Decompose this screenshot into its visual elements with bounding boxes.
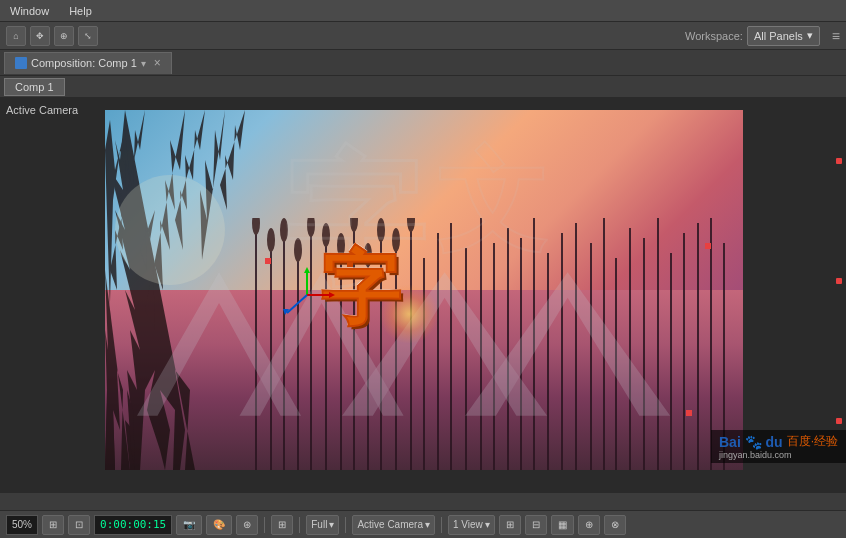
safe-zones-button[interactable]: ⊡ <box>68 515 90 535</box>
color-mgmt-button[interactable]: ⊛ <box>236 515 258 535</box>
transform-axes-svg <box>277 265 337 325</box>
toggle-pixel-aspect-button[interactable]: ⊞ <box>499 515 521 535</box>
baidu-logo: Bai 🐾 du <box>719 434 783 450</box>
comp-tab-icon <box>15 57 27 69</box>
quality-dropdown[interactable]: Full ▾ <box>306 515 339 535</box>
red-indicator-top <box>836 158 842 164</box>
control-point-3 <box>686 410 692 416</box>
separator-3 <box>345 517 346 533</box>
control-point-4 <box>347 261 353 267</box>
toolbar-icon-move[interactable]: ✥ <box>30 26 50 46</box>
svg-point-35 <box>252 218 260 235</box>
hamburger-menu-icon[interactable]: ≡ <box>832 28 840 44</box>
active-camera-label: Active Camera <box>6 104 78 116</box>
control-point-1 <box>265 258 271 264</box>
comp-tab-bar: Composition: Comp 1 ▾ × <box>0 50 846 76</box>
separator-1 <box>264 517 265 533</box>
viewer-area: Active Camera <box>0 98 846 493</box>
timecode-display[interactable]: 0:00:00:15 <box>94 515 172 535</box>
separator-4 <box>441 517 442 533</box>
toolbar-icon-scale[interactable]: ⤡ <box>78 26 98 46</box>
bottom-toolbar: 50% ⊞ ⊡ 0:00:00:15 📷 🎨 ⊛ ⊞ Full ▾ Active… <box>0 510 846 538</box>
comp-tab-label: Composition: Comp 1 <box>31 57 137 69</box>
comp-tab[interactable]: Composition: Comp 1 ▾ × <box>4 52 172 74</box>
toolbar-icon-home[interactable]: ⌂ <box>6 26 26 46</box>
svg-marker-54 <box>329 292 335 298</box>
baidu-url: jingyan.baidu.com <box>719 450 838 460</box>
fast-preview-button[interactable]: ⊟ <box>525 515 547 535</box>
render-button[interactable]: ⊗ <box>604 515 626 535</box>
baidu-jingyan-label: 百度·经验 <box>787 433 838 450</box>
comp-tab-close-button[interactable]: × <box>154 56 161 70</box>
workspace-label: Workspace: <box>685 30 743 42</box>
comp-viewport[interactable]: 字 文 字 <box>105 110 743 470</box>
bg-char-2: 文 <box>437 128 547 277</box>
menu-help[interactable]: Help <box>65 3 96 19</box>
workspace-dropdown[interactable]: All Panels ▾ <box>747 26 820 46</box>
show-channel-button[interactable]: 🎨 <box>206 515 232 535</box>
camera-dropdown[interactable]: Active Camera ▾ <box>352 515 435 535</box>
snapshot-button[interactable]: 📷 <box>176 515 202 535</box>
grid-button[interactable]: ⊞ <box>271 515 293 535</box>
toolbar-icon-anchor[interactable]: ⊕ <box>54 26 74 46</box>
sub-tab-comp1[interactable]: Comp 1 <box>4 78 65 96</box>
fit-view-button[interactable]: ⊞ <box>42 515 64 535</box>
menu-window[interactable]: Window <box>6 3 53 19</box>
comp-image: 字 文 字 <box>105 110 743 470</box>
red-indicator-bottom <box>836 418 842 424</box>
svg-marker-52 <box>304 267 310 273</box>
sub-tab-bar: Comp 1 <box>0 76 846 98</box>
menu-bar: Window Help <box>0 0 846 22</box>
baidu-watermark: Bai 🐾 du 百度·经验 jingyan.baidu.com <box>711 430 846 463</box>
svg-line-55 <box>287 295 307 313</box>
timeline-button[interactable]: ▦ <box>551 515 574 535</box>
separator-2 <box>299 517 300 533</box>
comp-tab-dropdown-icon[interactable]: ▾ <box>141 58 146 69</box>
view-layout-dropdown[interactable]: 1 View ▾ <box>448 515 495 535</box>
red-indicator-mid <box>836 278 842 284</box>
flowchart-button[interactable]: ⊕ <box>578 515 600 535</box>
svg-point-36 <box>267 228 275 252</box>
toolbar: ⌂ ✥ ⊕ ⤡ Workspace: All Panels ▾ ≡ <box>0 22 846 50</box>
zoom-display: 50% <box>6 515 38 535</box>
control-point-2 <box>705 243 711 249</box>
